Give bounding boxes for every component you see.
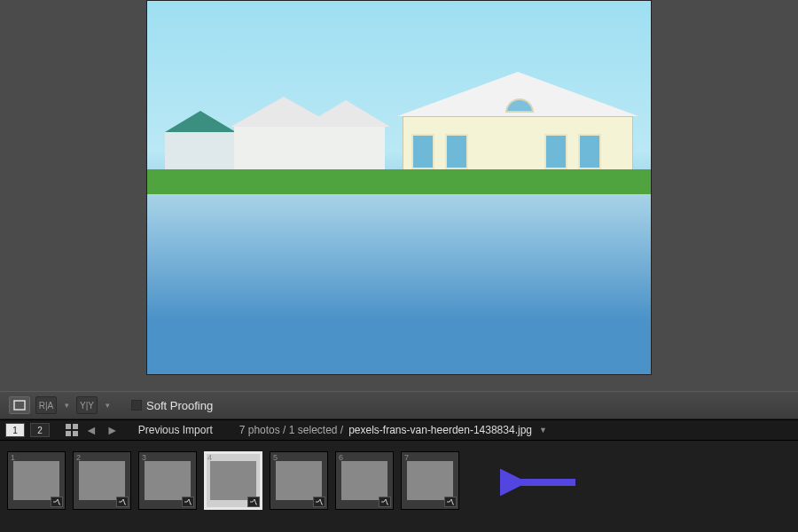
survey-dropdown-icon[interactable]: ▾ (103, 401, 112, 410)
thumbnail-image (341, 461, 387, 500)
develop-badge-icon (182, 497, 194, 507)
compare-dropdown-icon[interactable]: ▾ (62, 401, 71, 410)
nav-back-icon[interactable]: ◄ (83, 423, 99, 437)
develop-badge-icon (247, 497, 260, 507)
thumbnail[interactable]: 7 (401, 451, 459, 510)
primary-monitor-button[interactable]: 1 (5, 423, 25, 437)
compare-before-after-button[interactable]: R|A (35, 396, 57, 414)
nav-forward-icon[interactable]: ► (105, 423, 121, 437)
develop-badge-icon (444, 497, 457, 507)
thumbnail-image (407, 461, 453, 500)
thumbnail[interactable]: 2 (73, 451, 131, 510)
filmstrip-header: 1 2 ◄ ► Previous Import 7 photos / 1 sel… (0, 419, 798, 441)
thumbnail-image (276, 461, 322, 500)
develop-badge-icon (116, 497, 129, 507)
preview-area (0, 0, 798, 391)
thumbnail-image (145, 461, 191, 500)
current-filename[interactable]: pexels-frans-van-heerden-1438834.jpg (348, 424, 532, 436)
secondary-monitor-button[interactable]: 2 (30, 423, 50, 437)
thumbnail[interactable]: 4 (204, 451, 262, 510)
soft-proofing-toggle[interactable]: Soft Proofing (131, 399, 213, 412)
thumbnail-image (210, 461, 256, 500)
svg-rect-0 (14, 401, 25, 410)
filename-dropdown-icon[interactable]: ▼ (539, 426, 547, 434)
soft-proofing-label: Soft Proofing (146, 399, 213, 412)
thumbnail[interactable]: 1 (7, 451, 66, 510)
thumbnail[interactable]: 3 (138, 451, 197, 510)
loupe-view-button[interactable] (9, 396, 30, 414)
soft-proofing-checkbox[interactable] (131, 400, 142, 411)
grid-view-icon[interactable] (66, 424, 78, 436)
thumbnail-image (13, 461, 59, 500)
view-toolbar: R|A ▾ Y|Y ▾ Soft Proofing (0, 391, 798, 419)
source-label[interactable]: Previous Import (138, 424, 213, 436)
thumbnail[interactable]: 5 (270, 451, 328, 510)
annotation-arrow-icon (500, 469, 580, 496)
develop-badge-icon (51, 497, 63, 507)
photo-count-text: 7 photos / 1 selected / (239, 424, 343, 436)
survey-view-button[interactable]: Y|Y (76, 396, 98, 414)
develop-badge-icon (379, 497, 391, 507)
filmstrip: 1234567 (0, 441, 798, 532)
thumbnail-image (79, 461, 125, 500)
thumbnail[interactable]: 6 (335, 451, 394, 510)
preview-image[interactable] (146, 0, 652, 375)
develop-badge-icon (313, 497, 325, 507)
